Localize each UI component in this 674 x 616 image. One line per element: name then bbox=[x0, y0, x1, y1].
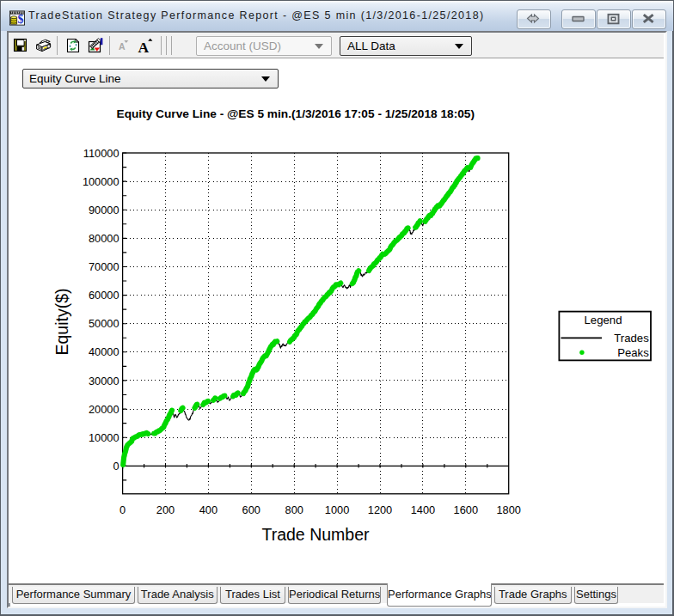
svg-text:Peaks: Peaks bbox=[617, 346, 649, 359]
svg-text:1000: 1000 bbox=[325, 503, 349, 516]
svg-text:1200: 1200 bbox=[368, 503, 392, 516]
svg-text:70000: 70000 bbox=[89, 260, 119, 273]
svg-text:Trade Number: Trade Number bbox=[262, 525, 370, 544]
svg-text:80000: 80000 bbox=[89, 232, 119, 245]
svg-text:1400: 1400 bbox=[411, 503, 435, 516]
svg-text:A: A bbox=[138, 39, 150, 56]
svg-text:20000: 20000 bbox=[89, 403, 119, 416]
svg-text:100000: 100000 bbox=[83, 175, 119, 188]
svg-text:800: 800 bbox=[285, 503, 303, 516]
svg-text:Equity($): Equity($) bbox=[52, 288, 71, 355]
svg-text:0: 0 bbox=[119, 503, 126, 516]
svg-text:200: 200 bbox=[156, 503, 175, 516]
svg-text:1800: 1800 bbox=[496, 503, 520, 516]
svg-text:30000: 30000 bbox=[89, 375, 119, 387]
svg-text:10000: 10000 bbox=[89, 431, 119, 444]
svg-text:Trades: Trades bbox=[614, 332, 649, 345]
svg-text:Legend: Legend bbox=[584, 314, 622, 326]
svg-text:90000: 90000 bbox=[89, 204, 119, 217]
svg-text:Equity Curve Line - @ES 5 min.: Equity Curve Line - @ES 5 min.(1/3/2016 … bbox=[117, 108, 475, 120]
svg-text:0: 0 bbox=[113, 460, 119, 473]
svg-text:A: A bbox=[119, 41, 126, 52]
svg-text:600: 600 bbox=[242, 503, 260, 516]
svg-text:50000: 50000 bbox=[89, 317, 119, 330]
svg-text:110000: 110000 bbox=[83, 147, 119, 160]
svg-text:400: 400 bbox=[199, 503, 218, 516]
svg-text:$: $ bbox=[17, 13, 23, 26]
svg-text:40000: 40000 bbox=[89, 345, 119, 358]
svg-text:1600: 1600 bbox=[454, 503, 478, 516]
svg-text:60000: 60000 bbox=[89, 289, 119, 302]
